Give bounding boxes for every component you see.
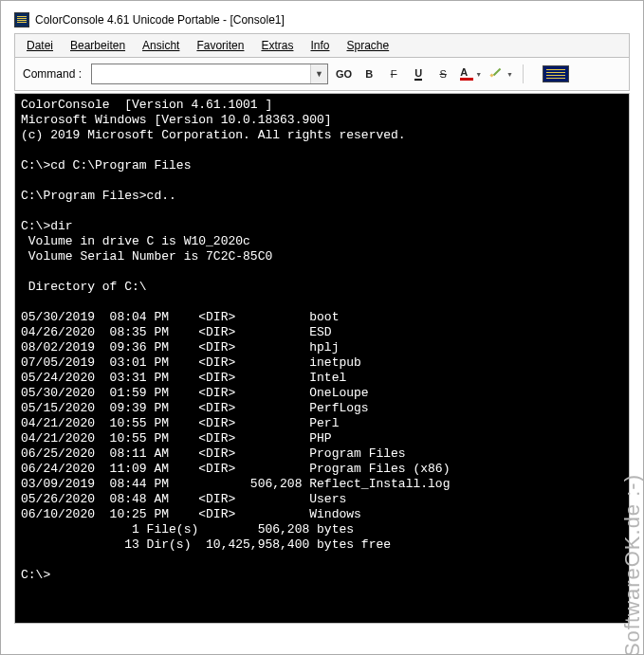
command-input[interactable] [92, 64, 310, 83]
menu-favoriten[interactable]: Favoriten [189, 36, 251, 55]
menu-datei[interactable]: Datei [19, 36, 61, 55]
command-combobox[interactable]: ▼ [91, 64, 328, 84]
separator [523, 64, 524, 83]
menu-extras[interactable]: Extras [253, 36, 301, 55]
titlebar: ColorConsole 4.61 Unicode Portable - [Co… [14, 10, 630, 33]
menu-ansicht[interactable]: Ansicht [135, 36, 187, 55]
menu-sprache[interactable]: Sprache [339, 36, 396, 55]
strike-f-button[interactable]: F [384, 64, 403, 83]
pencil-icon [491, 67, 505, 81]
chevron-down-icon[interactable]: ▼ [310, 64, 327, 83]
command-label: Command : [23, 67, 85, 81]
strike-s-button[interactable]: S [433, 64, 452, 83]
bold-button[interactable]: B [359, 64, 378, 83]
menu-bearbeiten[interactable]: Bearbeiten [63, 36, 133, 55]
toolbar: Command : ▼ GO B F U S A▼ ▼ [14, 58, 630, 91]
highlight-button[interactable]: ▼ [489, 64, 515, 83]
console-output[interactable]: ColorConsole [Version 4.61.1001 ] Micros… [14, 93, 630, 624]
console-icon[interactable] [543, 65, 569, 82]
menubar: Datei Bearbeiten Ansicht Favoriten Extra… [14, 33, 630, 58]
font-color-button[interactable]: A▼ [458, 64, 484, 83]
underline-button[interactable]: U [409, 64, 428, 83]
go-button[interactable]: GO [334, 64, 354, 83]
menu-info[interactable]: Info [303, 36, 337, 55]
window-title: ColorConsole 4.61 Unicode Portable - [Co… [35, 13, 285, 27]
app-icon [14, 12, 29, 27]
